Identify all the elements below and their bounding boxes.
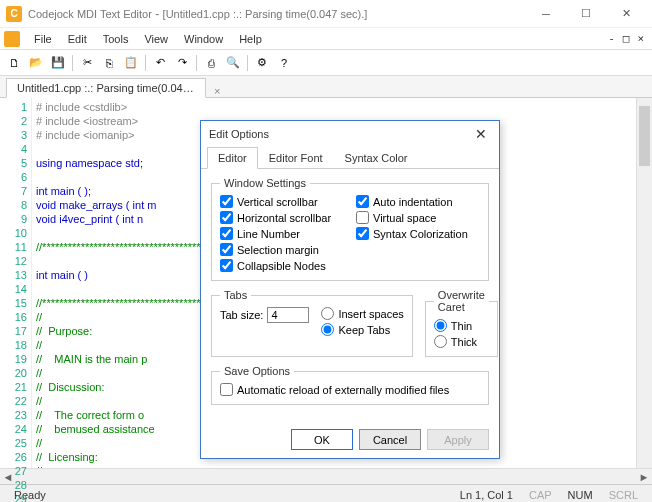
mdi-minimize[interactable]: - [604, 32, 619, 45]
legend-overwrite: Overwrite Caret [434, 289, 489, 313]
group-overwrite-caret: Overwrite Caret Thin Thick [425, 289, 498, 357]
tabsize-row: Tab size: [220, 307, 309, 323]
rad-insertspaces[interactable] [321, 307, 334, 320]
tab-editor-font[interactable]: Editor Font [258, 147, 334, 169]
dialog-title: Edit Options [209, 128, 269, 140]
chk-vscroll[interactable] [220, 195, 233, 208]
line-gutter: 1234567891011121314151617181920212223242… [0, 98, 32, 468]
rad-thin[interactable] [434, 319, 447, 332]
dialog-close-icon[interactable]: ✕ [471, 126, 491, 142]
edit-options-dialog: Edit Options ✕ Editor Editor Font Syntax… [200, 120, 500, 459]
opt-thin[interactable]: Thin [434, 319, 489, 332]
tab-syntax-color[interactable]: Syntax Color [334, 147, 419, 169]
app-name: Codejock MDI Text Editor [28, 8, 152, 20]
cancel-button[interactable]: Cancel [359, 429, 421, 450]
menu-icon [4, 31, 20, 47]
redo-icon[interactable]: ↷ [172, 53, 192, 73]
chk-autoindent[interactable] [356, 195, 369, 208]
dialog-buttons: OK Cancel Apply [201, 421, 499, 458]
scroll-thumb[interactable] [639, 106, 650, 166]
opt-thick[interactable]: Thick [434, 335, 489, 348]
opt-selmargin[interactable]: Selection margin [220, 243, 344, 256]
tabsize-label: Tab size: [220, 309, 263, 321]
scroll-right-icon[interactable]: ► [636, 469, 652, 484]
chk-virtual[interactable] [356, 211, 369, 224]
chk-linenum[interactable] [220, 227, 233, 240]
chk-hscroll[interactable] [220, 211, 233, 224]
status-num: NUM [560, 489, 601, 501]
dialog-tabs: Editor Editor Font Syntax Color [201, 147, 499, 169]
save-icon[interactable]: 💾 [48, 53, 68, 73]
menu-tools[interactable]: Tools [95, 31, 137, 47]
apply-button[interactable]: Apply [427, 429, 489, 450]
legend-save: Save Options [220, 365, 294, 377]
menu-edit[interactable]: Edit [60, 31, 95, 47]
menu-view[interactable]: View [136, 31, 176, 47]
menubar: File Edit Tools View Window Help - □ × [0, 28, 652, 50]
cut-icon[interactable]: ✂ [77, 53, 97, 73]
options-icon[interactable]: ⚙ [252, 53, 272, 73]
group-save-options: Save Options Automatic reload of externa… [211, 365, 489, 405]
find-icon[interactable]: 🔍 [223, 53, 243, 73]
opt-autoindent[interactable]: Auto indentation [356, 195, 480, 208]
minimize-button[interactable]: ─ [526, 2, 566, 26]
dialog-titlebar[interactable]: Edit Options ✕ [201, 121, 499, 147]
legend-tabs: Tabs [220, 289, 251, 301]
mdi-controls: - □ × [604, 32, 648, 45]
opt-virtual[interactable]: Virtual space [356, 211, 480, 224]
status-scrl: SCRL [601, 489, 646, 501]
horizontal-scrollbar[interactable]: ◄ ► [0, 468, 652, 484]
close-button[interactable]: ✕ [606, 2, 646, 26]
statusbar: Ready Ln 1, Col 1 CAP NUM SCRL [0, 484, 652, 502]
opt-syntax[interactable]: Syntax Colorization [356, 227, 480, 240]
mdi-close[interactable]: × [633, 32, 648, 45]
group-window-settings: Window Settings Vertical scrollbar Horiz… [211, 177, 489, 281]
titlebar: C Codejock MDI Text Editor - [Untitled1.… [0, 0, 652, 28]
maximize-button[interactable]: ☐ [566, 2, 606, 26]
menu-help[interactable]: Help [231, 31, 270, 47]
opt-linenum[interactable]: Line Number [220, 227, 344, 240]
copy-icon[interactable]: ⎘ [99, 53, 119, 73]
rad-keeptabs[interactable] [321, 323, 334, 336]
paste-icon[interactable]: 📋 [121, 53, 141, 73]
status-cap: CAP [521, 489, 560, 501]
doc-name: [Untitled1.cpp :.: Parsing time(0.047 se… [163, 8, 368, 20]
opt-autoreload[interactable]: Automatic reload of externally modified … [220, 383, 480, 396]
app-icon: C [6, 6, 22, 22]
help-icon[interactable]: ? [274, 53, 294, 73]
undo-icon[interactable]: ↶ [150, 53, 170, 73]
opt-keeptabs[interactable]: Keep Tabs [321, 323, 403, 336]
opt-insertspaces[interactable]: Insert spaces [321, 307, 403, 320]
print-icon[interactable]: ⎙ [201, 53, 221, 73]
tabsize-input[interactable] [267, 307, 309, 323]
menu-window[interactable]: Window [176, 31, 231, 47]
open-icon[interactable]: 📂 [26, 53, 46, 73]
legend-window: Window Settings [220, 177, 310, 189]
document-tabs: Untitled1.cpp :.: Parsing time(0.047 s..… [0, 76, 652, 98]
tab-untitled1[interactable]: Untitled1.cpp :.: Parsing time(0.047 s..… [6, 78, 206, 98]
chk-selmargin[interactable] [220, 243, 233, 256]
chk-collapse[interactable] [220, 259, 233, 272]
toolbar: 🗋 📂 💾 ✂ ⎘ 📋 ↶ ↷ ⎙ 🔍 ⚙ ? [0, 50, 652, 76]
chk-autoreload[interactable] [220, 383, 233, 396]
window-title: Codejock MDI Text Editor - [Untitled1.cp… [28, 7, 526, 21]
opt-vscroll[interactable]: Vertical scrollbar [220, 195, 344, 208]
new-icon[interactable]: 🗋 [4, 53, 24, 73]
rad-thick[interactable] [434, 335, 447, 348]
opt-collapse[interactable]: Collapsible Nodes [220, 259, 344, 272]
group-tabs: Tabs Tab size: Insert spaces Keep Tabs [211, 289, 413, 357]
mdi-restore[interactable]: □ [619, 32, 634, 45]
status-position: Ln 1, Col 1 [452, 489, 521, 501]
vertical-scrollbar[interactable] [636, 98, 652, 468]
opt-hscroll[interactable]: Horizontal scrollbar [220, 211, 344, 224]
chk-syntax[interactable] [356, 227, 369, 240]
menu-file[interactable]: File [26, 31, 60, 47]
ok-button[interactable]: OK [291, 429, 353, 450]
tab-close-icon[interactable]: × [210, 85, 224, 97]
tab-editor[interactable]: Editor [207, 147, 258, 169]
